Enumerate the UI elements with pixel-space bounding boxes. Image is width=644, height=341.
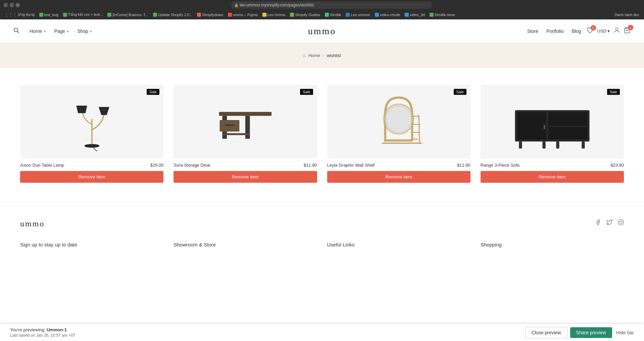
product-name-2: Leyla Graphic Wall Shelf [327,163,375,168]
sale-badge-1: Sale [300,89,313,95]
svg-rect-24 [519,141,522,148]
product-name-3: Range 3-Piece Sofa [481,163,519,168]
currency-label: USD [597,29,606,34]
nav-item-shop[interactable]: Shop + [77,29,92,34]
product-card-2: Sale [327,85,470,183]
svg-line-1 [17,31,19,33]
cart-button[interactable]: 1 [624,27,631,35]
product-name-0: Axton Duo Table Lamp [20,163,64,168]
browser-chrome: ‹ › ↻ 🔒 leo-ummon.myshopify.com/pages/wi… [0,0,644,10]
cart-badge: 1 [628,25,633,30]
svg-rect-29 [547,112,548,139]
footer-col-title-3: Shopping [481,242,624,247]
forward-button[interactable]: › [9,3,14,7]
currency-selector[interactable]: USD ▾ [597,29,610,34]
bookmark-label: ummo – Figma [233,13,257,17]
bookmark-label: Tổng kết css + test... [68,12,103,17]
footer-col-signup: Sign up to stay up to date [20,242,163,253]
page-wrapper: Home + Page + Shop + ummo Store Portfoli… [0,19,644,263]
svg-line-18 [419,115,419,143]
svg-point-2 [615,28,618,31]
site-header: Home + Page + Shop + ummo Store Portfoli… [0,19,644,43]
product-image-wrap-1: Sale [174,85,317,159]
breadcrumb-home-link[interactable]: Home [308,53,320,58]
product-price-0: $29.00 [150,163,163,168]
footer-logo: ummo [20,219,45,228]
bookmark-leo-ummo[interactable]: Leo Ummo [260,12,288,17]
reload-button[interactable]: ↻ [15,3,20,7]
bookmark-label: Update Shopify 2.0... [158,13,193,17]
bookmark-video-3d[interactable]: video_3d [403,12,427,17]
bookmark-strollik-store[interactable]: Strollik-store [428,12,457,17]
instagram-icon[interactable] [618,219,624,227]
product-image-wrap-2: Sale [327,85,470,159]
product-price-2: $11.90 [457,163,470,168]
bookmark-figma[interactable]: ummo – Figma [226,12,259,17]
browser-controls: ‹ › ↻ [3,3,20,7]
nav-item-portfolio[interactable]: Portfolio [546,29,563,34]
home-icon: ⌂ [303,53,306,58]
bookmark-danh-sach-doc[interactable]: Danh sách doc [613,12,641,17]
nav-item-page[interactable]: Page + [54,29,69,34]
bookmark-tong-ket[interactable]: Tổng kết css + test... [61,12,105,17]
bookmark-strollik[interactable]: Strollik [323,12,343,17]
nav-item-home[interactable]: Home + [30,29,46,34]
svg-rect-23 [549,126,586,127]
product-image-desk [188,92,303,151]
header-left: Home + Page + Shop + [13,27,92,35]
product-image-lamp [35,92,149,151]
footer-col-title-0: Sign up to stay up to date [20,242,163,247]
currency-chevron-icon: ▾ [607,29,610,34]
footer-col-title-2: Useful Links [327,242,470,247]
back-button[interactable]: ‹ [3,3,8,7]
search-icon [13,27,19,34]
bookmark-label: Strollik-store [435,13,455,17]
lock-icon: 🔒 [234,3,238,7]
nav-item-blog[interactable]: Blog [572,29,581,34]
product-image-sofa [491,91,613,153]
nav-item-store[interactable]: Store [527,29,538,34]
product-card-0: Sale [20,85,163,183]
bookmark-shopifydown[interactable]: Shopifydown [195,12,225,17]
product-card-3: Sale [481,85,624,183]
address-bar[interactable]: 🔒 leo-ummon.myshopify.com/pages/wishlist [231,1,432,9]
remove-button-1[interactable]: Remove item [174,171,317,183]
remove-button-3[interactable]: Remove item [481,171,624,183]
bookmark-apps[interactable]: ⋮⋮⋮ Ứng dụng [3,12,37,18]
bookmark-label: test_bug [44,13,58,17]
wishlist-badge: 9 [591,25,596,31]
svg-rect-30 [618,220,624,225]
svg-rect-27 [582,141,585,148]
bookmark-label: Danh sách doc [615,13,639,17]
bookmark-label: Strollik [330,13,341,17]
bookmark-shopify-guides[interactable]: Shopify Guides [288,12,322,17]
footer-col-shopping: Shopping [481,242,624,253]
search-button[interactable] [13,27,19,35]
nav-right: Store Portfolio Blog [527,29,581,34]
facebook-icon[interactable] [595,219,601,227]
header-icons: 9 USD ▾ [587,27,631,35]
svg-point-31 [620,221,622,224]
breadcrumb: ⌂ Home › wishlist [0,53,644,58]
bookmark-test-bug[interactable]: test_bug [37,12,60,17]
wishlist-button[interactable]: 9 [587,27,593,35]
remove-button-2[interactable]: Remove item [327,171,470,183]
product-image-shelf [341,92,456,151]
bookmark-label: [InCome] Brainos- T... [112,13,148,17]
remove-button-0[interactable]: Remove item [20,171,163,183]
product-info-1: Sora Storage Desk $11.90 [174,163,317,168]
product-image-wrap-0: Sale [20,85,163,159]
bookmark-shopify-update[interactable]: Update Shopify 2.0... [151,12,195,17]
bookmarks-bar: ⋮⋮⋮ Ứng dụng test_bug Tổng kết css + tes… [0,10,644,19]
sale-badge-3: Sale [607,89,620,95]
account-button[interactable] [614,27,620,35]
bookmark-leo-ummon[interactable]: Leo ummon [344,12,372,17]
twitter-icon[interactable] [606,219,612,227]
url-text: leo-ummon.myshopify.com/pages/wishlist [240,3,314,7]
bookmark-label: video_3d [410,13,425,17]
bookmark-income[interactable]: [InCome] Brainos- T... [105,12,150,17]
footer-top: ummo [20,219,624,228]
bookmark-video-chude[interactable]: video-chude [373,12,402,17]
site-logo[interactable]: ummo [308,26,336,37]
footer-col-title-1: Showroom & Store [174,242,317,247]
